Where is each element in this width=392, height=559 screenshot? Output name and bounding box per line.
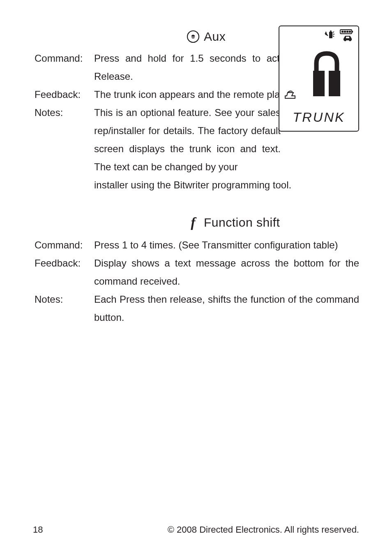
fs-notes-text: Each Press then release, shifts the func…	[94, 290, 359, 327]
padlock-icon	[308, 50, 345, 101]
copyright-text: © 2008 Directed Electronics. All rights …	[168, 524, 359, 535]
fs-feedback-text: Display shows a text message across the …	[94, 254, 359, 290]
notes-label: Notes:	[35, 290, 94, 308]
svg-rect-3	[329, 32, 332, 38]
page-number: 18	[33, 524, 43, 535]
svg-rect-18	[329, 71, 340, 96]
page-footer: 18 © 2008 Directed Electronics. All righ…	[33, 524, 359, 535]
screen-text-label: TRUNK	[284, 110, 354, 125]
aux-title: Aux	[204, 30, 226, 44]
command-label: Command:	[35, 49, 94, 67]
svg-rect-4	[330, 30, 332, 32]
svg-rect-12	[346, 31, 348, 33]
svg-rect-11	[344, 31, 346, 33]
svg-rect-17	[313, 71, 325, 96]
feedback-label: Feedback:	[35, 254, 94, 272]
screen-status-row	[284, 30, 353, 41]
function-f-icon: f	[187, 215, 200, 230]
svg-rect-13	[349, 31, 351, 33]
fs-notes-row: Notes: Each Press then release, shifts t…	[35, 290, 359, 327]
fs-command-text: Press 1 to 4 times. (See Transmitter con…	[94, 236, 359, 254]
signal-icon	[325, 30, 337, 42]
svg-line-5	[333, 32, 334, 32]
notes-label: Notes:	[35, 104, 94, 122]
svg-rect-10	[341, 31, 344, 33]
svg-text:AUX: AUX	[191, 36, 196, 38]
svg-line-7	[333, 36, 334, 37]
aux-icon: AUX	[187, 30, 200, 43]
trunk-open-icon	[284, 90, 296, 102]
command-label: Command:	[35, 236, 94, 254]
svg-rect-9	[352, 31, 353, 32]
battery-car-icon	[339, 29, 353, 43]
screen-center-row	[284, 41, 353, 110]
function-shift-header: f Function shift	[35, 215, 359, 230]
fs-command-row: Command: Press 1 to 4 times. (See Transm…	[35, 236, 359, 254]
remote-screen-illustration: TRUNK	[279, 26, 359, 132]
function-shift-content: Command: Press 1 to 4 times. (See Transm…	[35, 236, 359, 327]
svg-rect-16	[346, 37, 349, 38]
feedback-label: Feedback:	[35, 86, 94, 104]
function-shift-title: Function shift	[204, 216, 280, 230]
fs-feedback-row: Feedback: Display shows a text message a…	[35, 254, 359, 290]
